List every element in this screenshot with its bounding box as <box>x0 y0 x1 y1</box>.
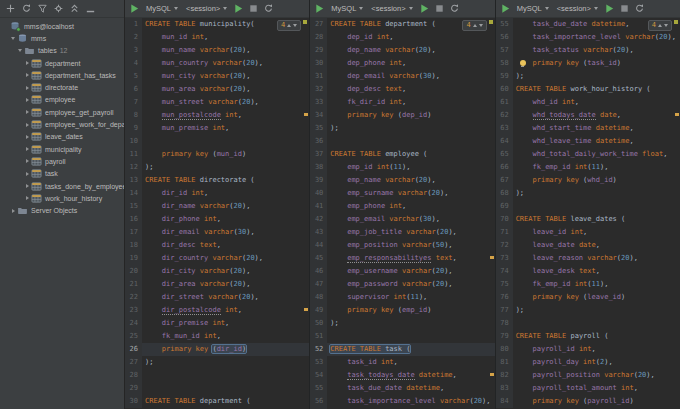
code-line-17[interactable]: 17 dir_email varchar(30), <box>125 226 309 239</box>
chevron-down-icon[interactable] <box>9 37 17 40</box>
code-line-28[interactable]: 28 dep_id int, <box>310 31 494 44</box>
sql-editor[interactable]: 1CREATE TABLE municipality(2 mun_id int,… <box>125 18 309 409</box>
code-line-65[interactable]: 65 whd_total_daily_work_time float, <box>496 148 680 161</box>
code-line-54[interactable]: 54 task_todays_date datetime, <box>310 369 494 382</box>
inspection-widget[interactable]: 4 <box>648 20 672 31</box>
code-line-3[interactable]: 3 mun_name varchar(20), <box>125 44 309 57</box>
inspection-status-icon[interactable] <box>674 20 678 24</box>
code-line-32[interactable]: 32 dep_desc text, <box>310 83 494 96</box>
code-line-5[interactable]: 5 mun_city varchar(20), <box>125 70 309 83</box>
code-line-16[interactable]: 16 dir_phone int, <box>125 213 309 226</box>
code-line-82[interactable]: 82 payroll_position varchar(20), <box>496 369 680 382</box>
code-line-84[interactable]: 84 primary key (payroll_id) <box>496 395 680 408</box>
code-line-44[interactable]: 44 emp_position varchar(50), <box>310 239 494 252</box>
code-line-23[interactable]: 23 dir_postalcode int, <box>125 304 309 317</box>
inspection-status-icon[interactable] <box>303 20 307 24</box>
code-line-76[interactable]: 76 primary key (leave_id) <box>496 291 680 304</box>
code-line-35[interactable]: 35); <box>310 122 494 135</box>
next-warning-icon[interactable] <box>293 24 297 27</box>
code-line-19[interactable]: 19 dir_country varchar(20), <box>125 252 309 265</box>
chevron-right-icon[interactable] <box>23 61 31 65</box>
execute-button[interactable] <box>603 2 616 15</box>
sql-editor[interactable]: 55 task_due_date datetime,56 task_import… <box>496 18 680 409</box>
code-line-7[interactable]: 7 mun_street varchar(20), <box>125 96 309 109</box>
run-button[interactable] <box>313 2 326 15</box>
code-line-80[interactable]: 80 payroll_id int, <box>496 343 680 356</box>
chevron-right-icon[interactable] <box>23 147 31 151</box>
code-line-38[interactable]: 38 emp_id int(11), <box>310 161 494 174</box>
hide-icon[interactable] <box>84 2 97 15</box>
refresh-button[interactable] <box>633 2 646 15</box>
code-line-56[interactable]: 56 task_importance_level varchar(20), <box>310 395 494 408</box>
session-selector[interactable]: <session> <box>368 3 415 14</box>
code-line-78[interactable]: 78 <box>496 317 680 330</box>
chevron-right-icon[interactable] <box>23 184 31 188</box>
tree-item-department[interactable]: department <box>0 57 124 69</box>
chevron-right-icon[interactable] <box>23 73 31 77</box>
prev-warning-icon[interactable] <box>287 24 291 27</box>
tree-item-task[interactable]: task <box>0 168 124 180</box>
code-line-21[interactable]: 21 dir_area varchar(20), <box>125 278 309 291</box>
stop-button[interactable] <box>433 2 446 15</box>
next-warning-icon[interactable] <box>664 24 668 27</box>
code-line-30[interactable]: 30CREATE TABLE department ( <box>125 395 309 408</box>
sql-editor[interactable]: 27CREATE TABLE department (28 dep_id int… <box>310 18 494 409</box>
code-line-58[interactable]: 58 primary key (task_id) <box>496 57 680 70</box>
session-selector[interactable]: <session> <box>554 3 601 14</box>
code-line-22[interactable]: 22 dir_street varchar(20), <box>125 291 309 304</box>
code-line-27[interactable]: 27); <box>125 356 309 369</box>
prev-warning-icon[interactable] <box>658 24 662 27</box>
code-line-33[interactable]: 33 fk_dir_id int, <box>310 96 494 109</box>
error-stripe-mark[interactable] <box>490 256 494 259</box>
code-line-6[interactable]: 6 mun_area varchar(20), <box>125 83 309 96</box>
code-line-18[interactable]: 18 dir_desc text, <box>125 239 309 252</box>
dialect-selector[interactable]: MySQL <box>143 3 181 14</box>
code-line-83[interactable]: 83 payroll_total_amount int, <box>496 382 680 395</box>
error-stripe-mark[interactable] <box>490 373 494 376</box>
code-line-9[interactable]: 9 mun_premise int, <box>125 122 309 135</box>
code-line-72[interactable]: 72 leave_date date, <box>496 239 680 252</box>
code-line-63[interactable]: 63 whd_start_time datetime, <box>496 122 680 135</box>
refresh-button[interactable] <box>262 2 275 15</box>
code-line-59[interactable]: 59); <box>496 70 680 83</box>
tree-item-mms[interactable]: mms <box>0 32 124 44</box>
code-line-64[interactable]: 64 whd_leave_time datetime, <box>496 135 680 148</box>
error-stripe-mark[interactable] <box>304 113 308 116</box>
code-line-47[interactable]: 47 emp_password varchar(20), <box>310 278 494 291</box>
tree-item-tables[interactable]: tables12 <box>0 45 124 57</box>
tree-item-employee-work-for-department[interactable]: employee_work_for_department <box>0 118 124 130</box>
code-line-45[interactable]: 45 emp_responsabilityes text, <box>310 252 494 265</box>
code-line-41[interactable]: 41 emp_phone int, <box>310 200 494 213</box>
code-line-36[interactable]: 36 <box>310 135 494 148</box>
code-line-43[interactable]: 43 emp_job_title varchar(20), <box>310 226 494 239</box>
code-line-4[interactable]: 4 mun_country varchar(20), <box>125 57 309 70</box>
code-line-67[interactable]: 67 primary key (whd_id) <box>496 174 680 187</box>
tree-item-leave-dates[interactable]: leave_dates <box>0 131 124 143</box>
code-line-77[interactable]: 77); <box>496 304 680 317</box>
chevron-right-icon[interactable] <box>23 123 31 127</box>
code-line-75[interactable]: 75 fk_emp_id int(11), <box>496 278 680 291</box>
code-line-52[interactable]: 52CREATE TABLE task ( <box>310 343 494 356</box>
refresh-button[interactable] <box>448 2 461 15</box>
code-line-42[interactable]: 42 emp_email varchar(30), <box>310 213 494 226</box>
code-line-70[interactable]: 70CREATE TABLE leave_dates ( <box>496 213 680 226</box>
code-line-10[interactable]: 10 <box>125 135 309 148</box>
code-line-29[interactable]: 29 <box>125 382 309 395</box>
dialect-selector[interactable]: MySQL <box>328 3 366 14</box>
dialect-selector[interactable]: MySQL <box>514 3 552 14</box>
chevron-right-icon[interactable] <box>23 98 31 102</box>
code-line-13[interactable]: 13CREATE TABLE directorate ( <box>125 174 309 187</box>
code-line-37[interactable]: 37CREATE TABLE employee ( <box>310 148 494 161</box>
run-button[interactable] <box>128 2 141 15</box>
code-line-62[interactable]: 62 whd_todays_date date, <box>496 109 680 122</box>
code-line-31[interactable]: 31 dep_email varchar(30), <box>310 70 494 83</box>
code-line-73[interactable]: 73 leave_reason varchar(20), <box>496 252 680 265</box>
tree-item-tasks-done-by-employee[interactable]: tasks_done_by_employee <box>0 180 124 192</box>
code-line-15[interactable]: 15 dir_name varchar(20), <box>125 200 309 213</box>
error-stripe-mark[interactable] <box>675 113 679 116</box>
add-icon[interactable] <box>4 2 17 15</box>
tree-item-department-has-tasks[interactable]: department_has_tasks <box>0 69 124 81</box>
code-line-29[interactable]: 29 dep_name varchar(20), <box>310 44 494 57</box>
code-line-56[interactable]: 56 task_importance_level varchar(20), <box>496 31 680 44</box>
code-line-69[interactable]: 69 <box>496 200 680 213</box>
